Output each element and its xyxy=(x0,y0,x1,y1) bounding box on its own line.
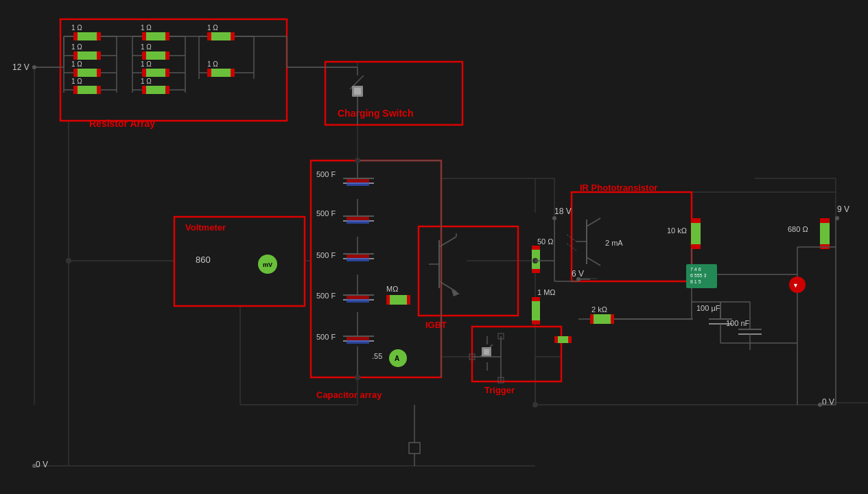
svg-text:50 Ω: 50 Ω xyxy=(537,237,554,246)
svg-rect-134 xyxy=(347,217,369,220)
svg-text:2 kΩ: 2 kΩ xyxy=(591,305,607,314)
svg-point-252 xyxy=(66,258,71,263)
svg-rect-123 xyxy=(354,88,361,95)
svg-point-240 xyxy=(576,277,580,281)
svg-text:MΩ: MΩ xyxy=(386,285,398,293)
capacitor-array-label: Capacitor array xyxy=(316,390,382,400)
svg-rect-152 xyxy=(347,337,369,340)
svg-rect-54 xyxy=(207,32,211,40)
svg-text:2 mA: 2 mA xyxy=(605,239,623,247)
svg-text:0 V: 0 V xyxy=(822,397,834,407)
svg-rect-84 xyxy=(142,86,146,94)
svg-rect-208 xyxy=(691,244,701,249)
svg-rect-55 xyxy=(231,32,235,40)
svg-rect-68 xyxy=(73,69,78,77)
svg-text:100 μF: 100 μF xyxy=(696,304,720,312)
svg-rect-80 xyxy=(73,86,78,94)
svg-rect-153 xyxy=(347,340,369,344)
svg-point-247 xyxy=(32,65,36,69)
svg-text:0 V: 0 V xyxy=(36,460,48,469)
svg-point-254 xyxy=(532,402,538,408)
svg-text:1 Ω: 1 Ω xyxy=(141,24,152,32)
svg-text:8 1 5: 8 1 5 xyxy=(690,279,701,284)
svg-text:9 V: 9 V xyxy=(837,204,849,214)
svg-text:500 F: 500 F xyxy=(316,251,336,259)
svg-text:1 Ω: 1 Ω xyxy=(141,78,152,85)
resistor-array-label: Resistor Array xyxy=(89,118,155,129)
svg-rect-76 xyxy=(207,69,211,77)
svg-text:500 F: 500 F xyxy=(316,209,336,217)
svg-text:500 F: 500 F xyxy=(316,292,336,300)
svg-rect-42 xyxy=(73,32,78,40)
svg-rect-73 xyxy=(165,69,169,77)
svg-rect-64 xyxy=(142,51,146,60)
svg-text:1 Ω: 1 Ω xyxy=(207,60,218,68)
svg-rect-197 xyxy=(532,297,540,301)
svg-rect-85 xyxy=(165,86,169,94)
svg-text:18 V: 18 V xyxy=(554,207,572,216)
svg-rect-1 xyxy=(0,0,868,494)
svg-text:680 Ω: 680 Ω xyxy=(788,225,808,233)
svg-text:1 Ω: 1 Ω xyxy=(71,78,82,85)
svg-rect-77 xyxy=(231,69,235,77)
svg-text:6 555 3: 6 555 3 xyxy=(690,273,706,278)
svg-rect-207 xyxy=(691,218,701,223)
circuit-svg: Resistor Array Charging Switch Capacitor… xyxy=(0,0,868,494)
svg-rect-211 xyxy=(820,218,830,223)
svg-text:10 kΩ: 10 kΩ xyxy=(667,226,687,235)
svg-text:6 V: 6 V xyxy=(572,269,584,279)
svg-rect-201 xyxy=(590,314,594,324)
svg-rect-128 xyxy=(347,179,369,183)
charging-switch-label: Charging Switch xyxy=(338,108,413,119)
ir-phototransistor-label: IR Phototransistor xyxy=(580,183,657,193)
svg-rect-43 xyxy=(97,32,101,40)
svg-point-249 xyxy=(32,464,36,468)
svg-rect-140 xyxy=(347,255,369,258)
svg-point-245 xyxy=(818,403,822,407)
svg-text:▼: ▼ xyxy=(793,282,799,289)
svg-text:100 nF: 100 nF xyxy=(726,319,750,327)
schematic-canvas: Resistor Array Charging Switch Capacitor… xyxy=(0,0,868,494)
svg-text:1 Ω: 1 Ω xyxy=(71,24,82,32)
svg-rect-158 xyxy=(386,295,410,305)
svg-rect-193 xyxy=(532,246,540,250)
svg-rect-159 xyxy=(386,295,390,305)
svg-rect-61 xyxy=(97,51,101,60)
svg-text:500 F: 500 F xyxy=(316,333,336,341)
svg-text:500 F: 500 F xyxy=(316,170,336,178)
svg-rect-202 xyxy=(611,314,614,324)
svg-text:mV: mV xyxy=(263,261,272,268)
svg-point-250 xyxy=(355,158,360,163)
svg-rect-135 xyxy=(347,220,369,224)
svg-rect-233 xyxy=(568,336,572,343)
svg-text:A: A xyxy=(395,355,399,362)
svg-rect-60 xyxy=(73,51,78,60)
voltmeter-label: Voltmeter xyxy=(185,222,226,233)
svg-rect-194 xyxy=(532,269,540,273)
svg-rect-141 xyxy=(347,258,369,261)
svg-rect-178 xyxy=(484,349,489,355)
svg-text:12 V: 12 V xyxy=(12,62,30,72)
svg-rect-129 xyxy=(347,183,369,186)
svg-rect-48 xyxy=(142,32,146,40)
svg-text:1 Ω: 1 Ω xyxy=(71,43,82,51)
svg-text:1 Ω: 1 Ω xyxy=(71,60,82,68)
svg-rect-146 xyxy=(347,296,369,299)
svg-rect-198 xyxy=(532,320,540,325)
svg-point-237 xyxy=(552,216,556,220)
svg-rect-81 xyxy=(97,86,101,94)
svg-rect-200 xyxy=(590,314,614,324)
svg-rect-147 xyxy=(347,299,369,303)
svg-rect-72 xyxy=(142,69,146,77)
svg-text:1 Ω: 1 Ω xyxy=(207,24,218,32)
svg-rect-69 xyxy=(97,69,101,77)
svg-text:1 MΩ: 1 MΩ xyxy=(537,288,556,296)
svg-rect-65 xyxy=(165,51,169,60)
svg-text:1 Ω: 1 Ω xyxy=(141,60,152,68)
svg-text:7 4 6: 7 4 6 xyxy=(690,267,701,272)
svg-text:.55: .55 xyxy=(372,352,382,360)
svg-rect-232 xyxy=(554,336,558,343)
svg-rect-160 xyxy=(407,295,410,305)
svg-rect-49 xyxy=(165,32,169,40)
igbt-label: IGBT xyxy=(425,320,447,330)
